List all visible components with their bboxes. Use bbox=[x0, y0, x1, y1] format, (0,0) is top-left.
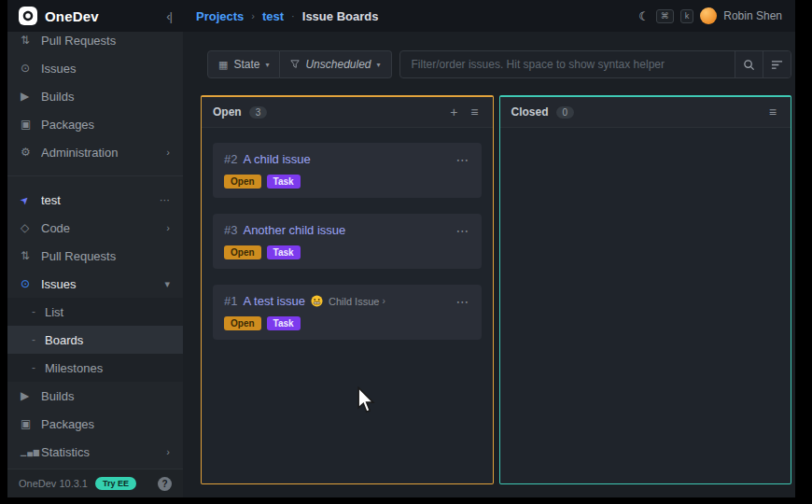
funnel-icon bbox=[290, 60, 300, 69]
filter-buttons-group: ▦ State ▾ Unscheduled ▾ bbox=[207, 50, 392, 78]
project-menu-icon[interactable]: ⋯ bbox=[160, 194, 170, 206]
breadcrumb-projects-link[interactable]: Projects bbox=[196, 9, 244, 23]
sidebar-item-packages-admin[interactable]: ▣ Packages bbox=[7, 110, 183, 138]
sidebar-item-packages-project[interactable]: ▣ Packages bbox=[7, 410, 183, 438]
collapse-sidebar-icon[interactable]: ‹| bbox=[166, 9, 172, 23]
chevron-right-icon: › bbox=[251, 10, 255, 21]
card-menu-button[interactable]: ⋯ bbox=[456, 295, 470, 308]
issue-card[interactable]: #3 Another child issue ⋯ Open Task bbox=[213, 214, 482, 269]
milestone-filter-button[interactable]: Unscheduled ▾ bbox=[280, 50, 391, 78]
board-column-open: Open 3 + ≡ #2 A child issue ⋯ Open bbox=[201, 95, 494, 484]
sidebar-item-issues-admin[interactable]: ⊙ Issues bbox=[7, 54, 183, 82]
sidebar-item-administration[interactable]: ⚙ Administration › bbox=[7, 138, 183, 166]
column-header-closed: Closed 0 ≡ bbox=[500, 97, 791, 128]
state-badge: Open bbox=[224, 245, 261, 259]
sidebar-item-label: Milestones bbox=[45, 361, 170, 375]
sidebar-item-label: Issues bbox=[41, 62, 170, 76]
sidebar-item-label: Code bbox=[41, 221, 166, 235]
sidebar-item-label: Pull Requests bbox=[41, 34, 170, 48]
try-ee-badge[interactable]: Try EE bbox=[95, 477, 136, 490]
column-list-icon[interactable]: ≡ bbox=[468, 105, 481, 119]
builds-icon: ▶ bbox=[21, 389, 41, 402]
chevron-right-icon: › bbox=[166, 222, 170, 233]
child-issue-label: Child Issue bbox=[329, 296, 379, 307]
sidebar-item-label: Pull Requests bbox=[41, 249, 170, 263]
order-button[interactable] bbox=[763, 51, 791, 77]
sidebar-item-label: Statistics bbox=[41, 445, 166, 459]
brand-title: OneDev bbox=[45, 8, 166, 24]
gear-icon: ⚙ bbox=[21, 146, 41, 159]
dash-icon: - bbox=[32, 333, 45, 346]
card-menu-button[interactable]: ⋯ bbox=[456, 153, 470, 166]
help-icon[interactable]: ? bbox=[158, 477, 172, 491]
packages-icon: ▣ bbox=[21, 118, 41, 131]
sidebar-item-label: List bbox=[45, 305, 170, 319]
breadcrumb-project-link[interactable]: test bbox=[262, 9, 284, 23]
sidebar-item-label: Issues bbox=[41, 277, 164, 291]
issue-card[interactable]: #1 A test issue Child Issue › ⋯ bbox=[213, 285, 482, 340]
column-header-open: Open 3 + ≡ bbox=[202, 97, 493, 128]
filter-input[interactable] bbox=[400, 51, 735, 77]
board-column-closed: Closed 0 ≡ bbox=[499, 95, 792, 484]
sidebar-item-code[interactable]: ◇ Code › bbox=[7, 214, 183, 242]
issue-title-link[interactable]: A child issue bbox=[243, 152, 310, 166]
sidebar-item-label: Builds bbox=[41, 389, 170, 403]
topbar: OneDev ‹| Projects › test · Issue Boards… bbox=[7, 0, 795, 32]
sidebar-item-label: Packages bbox=[41, 417, 170, 431]
chevron-down-icon: ▾ bbox=[377, 61, 381, 69]
card-menu-button[interactable]: ⋯ bbox=[456, 224, 470, 237]
topbar-actions: ☾ ⌘ k Robin Shen bbox=[638, 7, 795, 24]
column-title: Closed bbox=[511, 105, 549, 119]
pull-request-icon: ⇅ bbox=[21, 34, 41, 47]
column-list-icon[interactable]: ≡ bbox=[766, 105, 779, 119]
board-grid-icon: ▦ bbox=[218, 59, 228, 71]
kbd-key-hint: k bbox=[680, 9, 694, 23]
grimacing-face-icon bbox=[311, 295, 323, 307]
breadcrumb: Projects › test · Issue Boards bbox=[183, 9, 378, 23]
chevron-right-icon: › bbox=[382, 296, 385, 306]
type-badge: Task bbox=[267, 175, 301, 189]
issue-card[interactable]: #2 A child issue ⋯ Open Task bbox=[213, 143, 482, 198]
user-name[interactable]: Robin Shen bbox=[723, 9, 782, 22]
sidebar-item-statistics[interactable]: ▁▄▆ Statistics › bbox=[7, 438, 183, 466]
add-issue-button[interactable]: + bbox=[447, 105, 460, 119]
sidebar-item-issues-list[interactable]: - List bbox=[7, 298, 183, 326]
search-button[interactable] bbox=[735, 51, 763, 77]
chevron-down-icon: ▾ bbox=[164, 278, 170, 290]
code-icon: ◇ bbox=[21, 221, 41, 234]
issue-title-link[interactable]: A test issue bbox=[243, 294, 304, 308]
sidebar-item-builds-project[interactable]: ▶ Builds bbox=[7, 382, 183, 410]
sidebar-item-pull-requests[interactable]: ⇅ Pull Requests bbox=[7, 32, 183, 54]
issue-number: #2 bbox=[224, 152, 237, 166]
version-label: OneDev 10.3.1 bbox=[19, 478, 88, 489]
topbar-brand-area: OneDev ‹| bbox=[7, 7, 183, 25]
packages-icon: ▣ bbox=[21, 417, 41, 430]
issue-title-link[interactable]: Another child issue bbox=[243, 223, 345, 237]
sidebar-item-project-test[interactable]: ➤ test ⋯ bbox=[7, 186, 183, 214]
chevron-down-icon: ▾ bbox=[265, 61, 269, 69]
child-issue-link[interactable]: Child Issue › bbox=[329, 296, 385, 307]
builds-icon: ▶ bbox=[21, 90, 41, 103]
state-filter-button[interactable]: ▦ State ▾ bbox=[207, 50, 280, 78]
dark-mode-icon[interactable]: ☾ bbox=[638, 9, 650, 23]
sidebar-item-builds-admin[interactable]: ▶ Builds bbox=[7, 82, 183, 110]
dash-icon: - bbox=[32, 305, 45, 318]
app-window: OneDev ‹| Projects › test · Issue Boards… bbox=[7, 0, 795, 497]
sidebar-item-issues-milestones[interactable]: - Milestones bbox=[7, 354, 183, 382]
kbd-mod-hint: ⌘ bbox=[656, 9, 674, 23]
issue-number: #1 bbox=[224, 294, 237, 308]
dot-separator: · bbox=[291, 10, 295, 21]
issue-board: Open 3 + ≡ #2 A child issue ⋯ Open bbox=[201, 95, 791, 484]
column-count-badge: 0 bbox=[556, 106, 575, 119]
onedev-logo bbox=[19, 7, 37, 25]
pull-request-icon: ⇅ bbox=[21, 249, 41, 262]
issues-icon: ⊙ bbox=[21, 62, 41, 75]
search-icon bbox=[743, 59, 755, 71]
type-badge: Task bbox=[267, 245, 301, 259]
sidebar-item-issues-boards[interactable]: - Boards bbox=[7, 326, 183, 354]
issues-icon: ⊙ bbox=[21, 277, 41, 290]
avatar[interactable] bbox=[700, 7, 717, 24]
sidebar-item-pull-requests-project[interactable]: ⇅ Pull Requests bbox=[7, 242, 183, 270]
card-list-open: #2 A child issue ⋯ Open Task #3 Another … bbox=[202, 128, 493, 355]
sidebar-item-issues-project[interactable]: ⊙ Issues ▾ bbox=[7, 270, 183, 298]
